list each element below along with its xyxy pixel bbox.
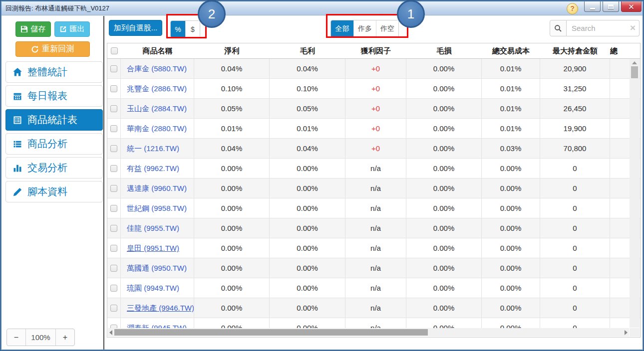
stock-link[interactable]: 潤泰新 (9945.TW) bbox=[127, 324, 187, 328]
table-cell: 0.00% bbox=[482, 218, 540, 238]
sidebar-menu: 整體統計 每日報表 商品統計表 商品分析 bbox=[1, 61, 103, 202]
product-name-cell: 有益 (9962.TW) bbox=[121, 159, 194, 178]
table-cell: 0.05% bbox=[194, 99, 270, 119]
maximize-icon bbox=[608, 4, 614, 9]
vertical-scrollbar[interactable] bbox=[630, 59, 640, 328]
row-checkbox[interactable] bbox=[110, 125, 117, 132]
row-checkbox[interactable] bbox=[110, 205, 117, 212]
product-name-cell: 佳龍 (9955.TW) bbox=[121, 218, 194, 238]
table-cell: 0.01% bbox=[270, 119, 345, 139]
col-header-total-cost[interactable]: 總交易成本 bbox=[482, 46, 540, 56]
col-header-profit-factor[interactable]: 獲利因子 bbox=[345, 46, 406, 56]
rerun-backtest-button[interactable]: 重新回測 bbox=[15, 41, 90, 57]
maximize-button[interactable] bbox=[603, 1, 619, 12]
row-checkbox-cell bbox=[107, 298, 121, 318]
row-checkbox[interactable] bbox=[110, 285, 117, 292]
table-cell: 0 bbox=[540, 238, 610, 258]
zoom-out-button[interactable]: − bbox=[7, 329, 25, 346]
row-checkbox[interactable] bbox=[110, 85, 117, 92]
row-checkbox[interactable] bbox=[110, 165, 117, 172]
table-cell: 0.10% bbox=[194, 79, 270, 99]
row-checkbox[interactable] bbox=[110, 105, 117, 112]
stock-link[interactable]: 佳龍 (9955.TW) bbox=[127, 224, 179, 232]
scrollbar-corner bbox=[630, 328, 640, 337]
table-cell: 0.00% bbox=[194, 318, 270, 328]
table-row: 佳龍 (9955.TW)0.00%0.00%n/a0.00%0.00%0 bbox=[107, 218, 640, 238]
table-cell: 0.00% bbox=[406, 218, 482, 238]
stock-link[interactable]: 邁達康 (9960.TW) bbox=[127, 184, 187, 192]
minimize-button[interactable] bbox=[584, 1, 601, 12]
row-checkbox-cell bbox=[107, 159, 121, 178]
stock-link[interactable]: 兆豐金 (2886.TW) bbox=[127, 84, 187, 93]
table-cell: 0.01% bbox=[482, 59, 540, 79]
table-cell: 0.04% bbox=[270, 59, 345, 79]
table-cell: 0.04% bbox=[194, 59, 270, 79]
row-checkbox[interactable] bbox=[110, 145, 117, 152]
product-name-cell: 玉山金 (2884.TW) bbox=[121, 99, 194, 119]
window-content: 儲存 匯出 重新回測 bbox=[1, 16, 643, 350]
sidebar-item-overall-stats[interactable]: 整體統計 bbox=[5, 61, 103, 83]
col-header-max-position[interactable]: 最大持倉金額 bbox=[540, 46, 610, 56]
table-cell: 0.01% bbox=[482, 119, 540, 139]
close-button[interactable]: ✕ bbox=[621, 1, 642, 12]
product-table-body: 合庫金 (5880.TW)0.04%0.04%+00.00%0.01%20,90… bbox=[107, 59, 640, 328]
col-header-gross-profit[interactable]: 毛利 bbox=[270, 46, 345, 56]
table-cell: 20,900 bbox=[540, 59, 610, 79]
col-header-name[interactable]: 商品名稱 bbox=[121, 46, 194, 56]
row-checkbox[interactable] bbox=[110, 65, 117, 72]
row-checkbox[interactable] bbox=[110, 225, 117, 232]
col-header-gross-loss[interactable]: 毛損 bbox=[406, 46, 482, 56]
stock-link[interactable]: 玉山金 (2884.TW) bbox=[127, 104, 187, 113]
scroll-up-icon[interactable] bbox=[632, 61, 637, 64]
row-checkbox[interactable] bbox=[110, 305, 117, 312]
horizontal-scrollbar[interactable] bbox=[108, 328, 629, 337]
sidebar-item-daily-report[interactable]: 每日報表 bbox=[5, 85, 103, 107]
table-cell: 0 bbox=[540, 318, 610, 328]
refresh-icon bbox=[31, 45, 39, 53]
search-button[interactable] bbox=[550, 20, 567, 36]
stock-link[interactable]: 三發地產 (9946.TW) bbox=[127, 304, 194, 312]
clear-search-icon[interactable]: × bbox=[630, 23, 636, 33]
sidebar-item-product-stats-table[interactable]: 商品統計表 bbox=[5, 109, 103, 131]
product-name-cell: 兆豐金 (2886.TW) bbox=[121, 79, 194, 99]
titlebar[interactable]: 回測報告: 布林通道觸碰下軌_V0127 ? ✕ bbox=[1, 1, 643, 15]
table-row: 邁達康 (9960.TW)0.00%0.00%n/a0.00%0.00%0 bbox=[107, 178, 640, 198]
stock-link[interactable]: 皇田 (9951.TW) bbox=[127, 244, 179, 252]
horizontal-scroll-thumb[interactable] bbox=[114, 329, 428, 336]
save-button[interactable]: 儲存 bbox=[15, 21, 51, 37]
stock-link[interactable]: 萬國通 (9950.TW) bbox=[127, 264, 187, 272]
sidebar-item-product-analysis[interactable]: 商品分析 bbox=[5, 133, 103, 155]
row-checkbox[interactable] bbox=[110, 265, 117, 272]
search-input[interactable] bbox=[567, 20, 640, 36]
sidebar-item-trade-analysis[interactable]: 交易分析 bbox=[5, 157, 103, 178]
sidebar-item-script-data[interactable]: 腳本資料 bbox=[5, 181, 103, 202]
stock-link[interactable]: 琉園 (9949.TW) bbox=[127, 284, 179, 292]
table-cell: 0.00% bbox=[194, 298, 270, 318]
stock-link[interactable]: 合庫金 (5880.TW) bbox=[127, 64, 187, 73]
row-checkbox-cell bbox=[107, 99, 121, 119]
table-cell: 0 bbox=[540, 178, 610, 198]
stock-link[interactable]: 統一 (1216.TW) bbox=[127, 144, 179, 153]
add-to-watchlist-button[interactable]: 加到自選股... bbox=[109, 20, 162, 36]
vertical-scroll-thumb[interactable] bbox=[631, 66, 638, 78]
row-checkbox[interactable] bbox=[110, 325, 117, 328]
col-header-net-profit[interactable]: 淨利 bbox=[194, 46, 270, 56]
zoom-in-button[interactable]: + bbox=[56, 329, 74, 346]
select-all-checkbox[interactable] bbox=[111, 47, 118, 54]
table-cell: 0.00% bbox=[482, 318, 540, 328]
row-checkbox[interactable] bbox=[110, 245, 117, 252]
export-button[interactable]: 匯出 bbox=[54, 21, 90, 37]
table-header-row: 商品名稱 淨利 毛利 獲利因子 毛損 總交易成本 最大持倉金額 總 bbox=[107, 43, 640, 59]
window-title: 回測報告: 布林通道觸碰下軌_V0127 bbox=[1, 4, 109, 13]
help-button[interactable]: ? bbox=[567, 3, 578, 14]
stock-link[interactable]: 有益 (9962.TW) bbox=[127, 164, 179, 173]
table-cell: 0.00% bbox=[406, 258, 482, 278]
stock-link[interactable]: 世紀鋼 (9958.TW) bbox=[127, 204, 187, 212]
scroll-right-icon[interactable] bbox=[625, 330, 628, 335]
scroll-left-icon[interactable] bbox=[109, 330, 112, 335]
sidebar-item-label: 商品統計表 bbox=[27, 113, 77, 127]
col-header-clipped[interactable]: 總 bbox=[610, 46, 640, 56]
row-checkbox[interactable] bbox=[110, 185, 117, 192]
stock-link[interactable]: 華南金 (2880.TW) bbox=[127, 124, 187, 133]
table-cell: 0.00% bbox=[406, 119, 482, 139]
